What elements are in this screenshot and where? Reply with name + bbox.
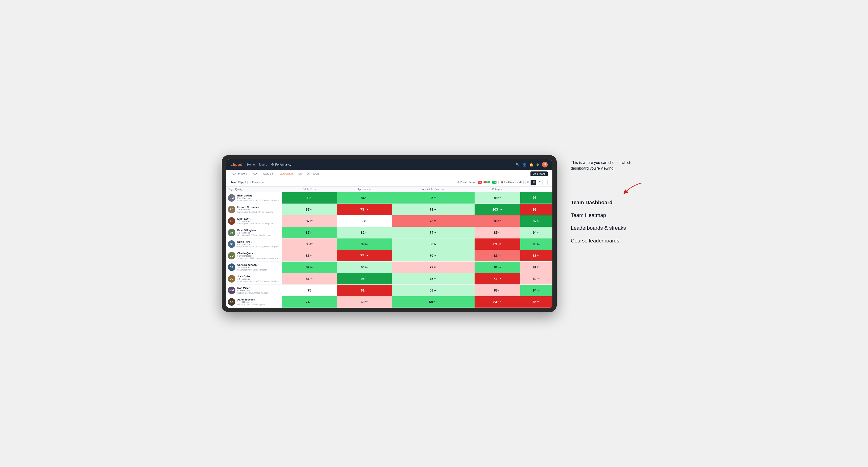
metric-score: 60	[361, 300, 365, 304]
player-avatar: CQ	[228, 252, 236, 259]
metric-change: 1▲	[537, 231, 540, 234]
player-name: Josh Coles	[237, 275, 280, 278]
metric-score: 60	[361, 266, 365, 269]
metric-cell: 83 6▼	[474, 250, 520, 261]
metric-cell: 82 3▲	[282, 261, 337, 273]
player-cell[interactable]: EE Elliot Ebert 1-5 Handicap Sunningdale…	[226, 215, 282, 227]
metric-change: 3▼	[365, 289, 368, 291]
metric-change: 3▲	[537, 289, 540, 291]
metric-inner: 103 15▲	[476, 205, 519, 214]
metric-score: 79	[430, 208, 433, 211]
menu-item-team-heatmap[interactable]: Team Heatmap	[571, 212, 646, 218]
metric-inner: 58 10▲	[393, 297, 473, 307]
nav-my-performance[interactable]: My Performance	[271, 162, 291, 167]
nav-home[interactable]: Home	[247, 162, 255, 167]
last-rounds-label: Last Rounds: 20	[504, 181, 522, 184]
search-icon[interactable]: 🔍	[516, 163, 520, 166]
user-icon[interactable]: 👤	[522, 163, 526, 166]
metric-cell: 86 8▼	[520, 250, 552, 261]
page-wrapper: clippd Home Teams My Performance 🔍 👤 🔔 ⚙…	[222, 155, 646, 312]
tab-tour[interactable]: Tour	[298, 170, 302, 177]
nav-teams[interactable]: Teams	[258, 162, 267, 167]
bar-seg-green-3	[489, 181, 490, 183]
player-club: Gog Magog Golf Club, United Kingdom	[237, 234, 280, 236]
player-info: Edward Crossman 1-5 Handicap Sunningdale…	[237, 206, 280, 213]
player-cell[interactable]: BM Blair McHarg Plus Handicap Royal Nort…	[226, 192, 282, 204]
player-cell[interactable]: CR Chris Robertson ✓ 1-5 Handicap Craigm…	[226, 261, 282, 273]
tab-team-clippd[interactable]: Team Clippd	[278, 170, 293, 177]
add-team-button[interactable]: Add Team	[530, 172, 548, 176]
metric-inner: 89 7▲	[338, 239, 390, 249]
metric-change: 4▲	[434, 289, 437, 291]
player-cell[interactable]: AN Aaron Nicholls 11-15 Handicap Drift G…	[226, 296, 282, 308]
metric-score: 80	[430, 254, 433, 257]
player-name: Elliot Ebert	[237, 217, 280, 220]
player-cell[interactable]: DF David Ford ✓ Plus Handicap Royal Nort…	[226, 238, 282, 250]
metric-inner: 82 3▲	[283, 262, 335, 272]
tab-all-players[interactable]: All Players	[307, 170, 319, 177]
bell-icon[interactable]: 🔔	[529, 163, 533, 166]
metric-cell: 94 3▲	[520, 284, 552, 296]
metric-score: 84	[361, 196, 365, 200]
metric-inner: 79 9▲	[393, 205, 473, 214]
menu-item-course-leaderboards[interactable]: Course leaderboards	[571, 238, 646, 244]
tab-pga[interactable]: PGA	[252, 170, 257, 177]
player-cell[interactable]: DB Dave Billingham 1-5 Handicap Gog Mago…	[226, 227, 282, 238]
metric-cell: 58 10▲	[392, 296, 474, 308]
metric-cell: 80 3▲	[392, 238, 474, 250]
metric-score: 96	[533, 242, 536, 246]
metric-change: 6▼	[498, 254, 501, 257]
metric-cell: 79 9▲	[392, 204, 474, 215]
metric-inner: 81 4▲	[476, 262, 519, 272]
metric-change: 8▲	[434, 197, 437, 199]
metric-change: 11▼	[497, 278, 501, 280]
metric-score: 85	[306, 242, 310, 246]
menu-item-leaderboards[interactable]: Leaderboards & streaks	[571, 225, 646, 231]
player-club: Royal North Devon Golf Club, United King…	[237, 199, 280, 201]
player-cell[interactable]: EC Edward Crossman 1-5 Handicap Sunningd…	[226, 204, 282, 215]
view-heatmap-button[interactable]: ▦	[531, 180, 536, 185]
metric-score: 86	[533, 254, 536, 257]
metric-cell: 88 1▼	[474, 192, 520, 204]
bar-seg-red-2	[485, 181, 486, 183]
player-cell[interactable]: CQ Charlie Quick ✓ 6-10 Handicap St. Geo…	[226, 250, 282, 261]
metric-cell: 88	[337, 215, 392, 227]
metric-score: 83	[494, 254, 498, 257]
metric-change: 3▼	[310, 220, 313, 222]
player-cell[interactable]: MM Matt Miller 6-10 Handicap Woburn Golf…	[226, 284, 282, 296]
metric-score: 80	[430, 242, 433, 246]
table-row: JC Josh Coles 1-5 Handicap Royal North D…	[226, 273, 552, 284]
metric-change: 8▲	[365, 278, 368, 280]
settings-icon[interactable]: ⚙	[536, 163, 539, 166]
view-export-button[interactable]: ↓	[542, 180, 548, 185]
metric-change: 3▼	[537, 266, 540, 268]
metric-inner: 96 3▲	[522, 239, 551, 249]
tab-pgat-players[interactable]: PGAT Players	[231, 170, 247, 177]
metric-inner: 88 2▼	[476, 286, 519, 295]
metric-change: 1▼	[498, 197, 501, 199]
last-rounds-button[interactable]: 📅 Last Rounds: 20	[498, 180, 524, 184]
tab-hcaps[interactable]: Hcaps 1-5	[262, 170, 274, 177]
metric-change: 3▼	[434, 266, 437, 268]
view-list-button[interactable]: ☰	[537, 180, 542, 185]
player-info: Blair McHarg Plus Handicap Royal North D…	[237, 194, 280, 201]
metric-score: 87	[306, 231, 310, 235]
avatar[interactable]: U	[542, 162, 548, 167]
metric-inner: 97 5▲	[522, 216, 551, 226]
player-club: Woburn Golf Club, United Kingdom	[237, 292, 280, 294]
metric-inner: 75 3▼	[393, 216, 473, 226]
metric-score: 84	[493, 300, 497, 304]
player-cell[interactable]: JC Josh Coles 1-5 Handicap Royal North D…	[226, 273, 282, 284]
menu-item-team-dashboard[interactable]: Team Dashboard	[571, 199, 646, 206]
metric-score: 89	[361, 242, 365, 246]
tablet-screen: clippd Home Teams My Performance 🔍 👤 🔔 ⚙…	[226, 159, 552, 308]
edit-icon[interactable]: ✏	[262, 181, 264, 184]
view-grid-button[interactable]: ⊞	[526, 180, 531, 185]
metric-inner: 89 2▼	[522, 274, 551, 283]
metric-inner: 75	[283, 286, 335, 295]
metric-change: 10▲	[433, 301, 437, 303]
logo[interactable]: clippd	[231, 162, 243, 167]
metric-inner: 83 6▼	[476, 251, 519, 260]
metric-score: 74	[430, 231, 433, 235]
player-club: St. George's Hill GC - Weybridge · Surre…	[237, 257, 280, 259]
